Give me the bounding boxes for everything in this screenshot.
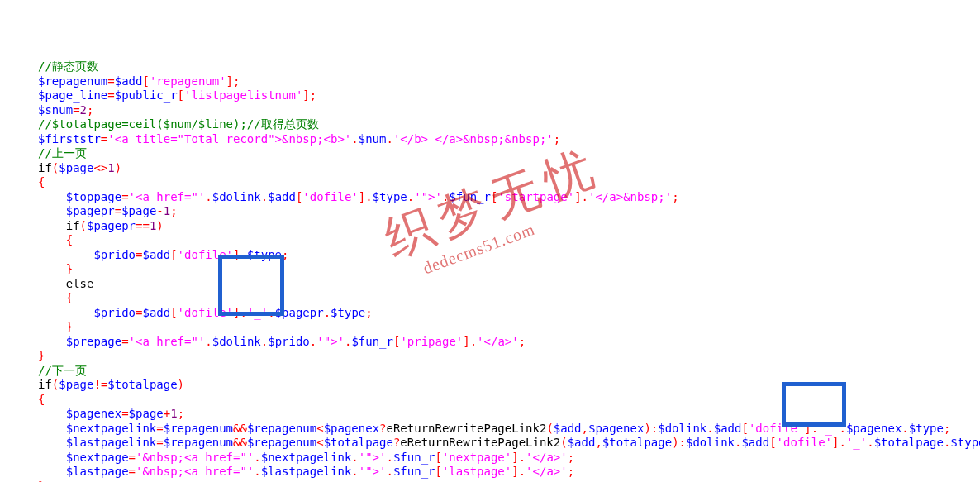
code-line[interactable]: } — [38, 349, 980, 364]
code-token: [ — [170, 306, 177, 319]
code-token: $totalpage — [602, 436, 672, 449]
code-line[interactable]: if($page!=$totalpage) — [38, 378, 980, 393]
code-token: . — [351, 132, 358, 146]
code-line[interactable]: } — [38, 320, 980, 335]
code-token: . — [268, 306, 274, 319]
code-line[interactable]: else — [38, 277, 980, 292]
code-token — [38, 320, 66, 333]
code-token: == — [136, 219, 150, 232]
code-token — [38, 262, 66, 275]
code-line[interactable]: $prepage='<a href="'.$dolink.$prido.'">'… — [38, 335, 980, 350]
code-token: else — [38, 277, 93, 290]
code-line[interactable]: $repagenum=$add['repagenum']; — [38, 74, 980, 89]
code-token: ]. — [233, 248, 247, 261]
code-token: $totalpage — [324, 436, 393, 449]
code-line[interactable]: } — [38, 480, 980, 483]
code-token: ]. — [511, 451, 526, 464]
code-line[interactable]: if($pagepr==1) — [38, 219, 980, 234]
code-token: $add — [741, 436, 769, 449]
code-token: . — [351, 465, 358, 478]
code-token: . — [261, 335, 268, 348]
code-line[interactable]: //下一页 — [38, 364, 980, 379]
code-token: != — [93, 378, 107, 391]
code-token: = — [121, 190, 128, 203]
code-token: //静态页数 — [38, 60, 98, 73]
code-line[interactable]: $firststr='<a title="Total record">&nbsp… — [38, 132, 980, 147]
code-token: ]. — [233, 306, 247, 319]
code-token: . — [867, 436, 873, 449]
code-token: $repagenum — [38, 74, 107, 88]
code-token: . — [351, 451, 358, 464]
code-line[interactable]: if($page<>1) — [38, 161, 980, 176]
code-token: ]. — [804, 422, 818, 435]
code-token: '<a title="Total record">&nbsp;<b>' — [107, 132, 351, 146]
code-token: '">' — [316, 335, 345, 348]
code-line[interactable]: $snum=2; — [38, 103, 980, 118]
code-token: [ — [435, 451, 442, 464]
code-line[interactable]: $pagenex=$page+1; — [38, 407, 980, 422]
code-token: if — [38, 161, 52, 174]
code-token: $prido — [268, 335, 310, 348]
code-token: 'pripage' — [400, 335, 463, 348]
code-line[interactable]: //静态页数 — [38, 60, 980, 74]
code-token: $add — [714, 422, 742, 435]
code-token: $add — [115, 74, 143, 88]
code-token: 'dofile' — [178, 248, 233, 261]
code-line[interactable]: } — [38, 262, 980, 277]
code-token: '</a>' — [526, 465, 568, 478]
code-line[interactable]: $pagepr=$page-1; — [38, 204, 980, 219]
code-line[interactable]: $page_line=$public_r['listpagelistnum']; — [38, 88, 980, 103]
code-line[interactable]: $nextpagelink=$repagenum&&$repagenum<$pa… — [38, 422, 980, 437]
code-token: ; — [87, 103, 93, 117]
code-token: , — [595, 436, 602, 449]
code-token: '</b> </a>&nbsp;&nbsp;' — [393, 132, 554, 146]
code-token: $page — [59, 378, 93, 391]
code-token: ]. — [574, 190, 588, 203]
code-token — [38, 248, 93, 261]
code-line[interactable]: //上一页 — [38, 146, 980, 161]
code-token: . — [386, 451, 392, 464]
code-editor-viewport[interactable]: //静态页数$repagenum=$add['repagenum'];$page… — [0, 58, 980, 482]
code-token: '</a>&nbsp;' — [588, 190, 672, 203]
code-token: = — [129, 465, 136, 478]
code-token: ) — [178, 378, 184, 391]
code-token: $repagenum — [247, 422, 316, 435]
code-token: ) — [115, 161, 121, 174]
code-token: { — [66, 291, 73, 304]
code-token: ]. — [359, 190, 373, 203]
code-line[interactable]: $nextpage='&nbsp;<a href="'.$nextpagelin… — [38, 451, 980, 465]
code-token: $pagenex — [588, 422, 644, 435]
code-token: ): — [672, 436, 686, 449]
code-token: , — [582, 422, 588, 435]
code-line[interactable]: { — [38, 393, 980, 408]
code-token: ]; — [302, 88, 316, 102]
code-line[interactable]: //$totalpage=ceil($num/$line);//取得总页数 — [38, 117, 980, 132]
code-line[interactable]: $toppage='<a href="'.$dolink.$add['dofil… — [38, 190, 980, 205]
code-token: '&nbsp;<a href="' — [136, 465, 254, 478]
code-token: $fun_r — [351, 335, 393, 348]
code-token: $toppage — [66, 190, 121, 203]
code-token: $add — [554, 422, 582, 435]
code-token: eReturnRewritePageLink2 — [400, 436, 560, 449]
code-line[interactable]: { — [38, 291, 980, 306]
code-token: //$totalpage=ceil($num/$line);//取得总页数 — [38, 117, 319, 131]
code-token: . — [261, 190, 268, 203]
code-token: $page_line — [38, 88, 107, 102]
code-token: } — [38, 349, 45, 362]
code-token: if — [38, 378, 52, 391]
code-token: [ — [170, 248, 177, 261]
code-token: 'dofile' — [777, 436, 832, 449]
code-line[interactable]: $lastpage='&nbsp;<a href="'.$lastpagelin… — [38, 465, 980, 480]
code-token: $pagepr — [275, 306, 324, 319]
code-token: < — [316, 436, 323, 449]
code-line[interactable]: $lastpagelink=$repagenum&&$repagenum<$to… — [38, 436, 980, 451]
code-line[interactable]: { — [38, 233, 980, 248]
code-token: ? — [379, 422, 386, 435]
code-line[interactable]: $prido=$add['dofile'].$type; — [38, 248, 980, 263]
code-token: . — [902, 422, 908, 435]
code-token — [38, 291, 66, 304]
code-token: ]. — [832, 436, 846, 449]
code-token: && — [233, 422, 247, 435]
code-line[interactable]: $prido=$add['dofile'].'_'.$pagepr.$type; — [38, 306, 980, 321]
code-line[interactable]: { — [38, 175, 980, 190]
